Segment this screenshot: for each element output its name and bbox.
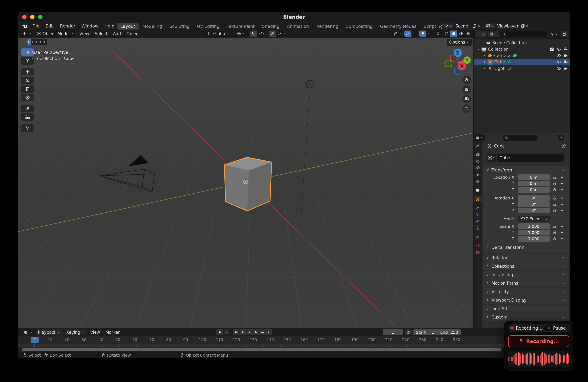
scale-value-field[interactable]: 1.000 (518, 236, 550, 242)
outliner-display-mode-button[interactable] (488, 31, 499, 37)
lock-icon[interactable] (552, 196, 557, 200)
properties-tab-collection[interactable] (474, 188, 482, 193)
proportional-falloff-dropdown[interactable] (276, 31, 287, 37)
drag-grip-icon[interactable] (561, 264, 567, 268)
select-mode-extend[interactable] (31, 39, 35, 45)
camera-restrict-icon[interactable] (563, 47, 568, 52)
menu-help[interactable]: Help (102, 22, 117, 30)
gizmo-settings-dropdown[interactable] (412, 31, 417, 37)
recording-input-field[interactable]: Recording... (508, 335, 569, 347)
cursor-tool[interactable] (21, 57, 34, 64)
minimize-button[interactable] (30, 15, 35, 19)
timeline-ruler[interactable]: 1020304050607080901001101201301401501601… (18, 336, 570, 344)
panel-collections[interactable]: Collections (483, 262, 569, 270)
properties-tab-material[interactable] (474, 243, 482, 248)
scrollbar-thumb[interactable] (22, 348, 501, 351)
drag-grip-icon[interactable] (561, 315, 567, 319)
lock-icon[interactable] (552, 236, 557, 241)
overlays-settings-dropdown[interactable] (426, 31, 432, 37)
shading-solid-button[interactable] (450, 31, 457, 37)
zoom-button[interactable] (38, 15, 42, 19)
workspace-tab-layout[interactable]: Layout (117, 23, 139, 30)
lock-icon[interactable] (552, 224, 557, 229)
workspace-tab-compositing[interactable]: Compositing (342, 23, 376, 30)
end-frame-field[interactable]: End 250 (437, 329, 461, 335)
proportional-edit-toggle[interactable] (269, 31, 276, 37)
lock-icon[interactable] (552, 187, 557, 192)
outliner-row-scene-collection[interactable]: Scene Collection (474, 40, 570, 46)
current-frame-indicator[interactable]: 1 (31, 337, 39, 343)
outliner-filter-button[interactable] (549, 31, 560, 37)
eye-icon[interactable] (556, 60, 561, 64)
view-layer-selector[interactable]: ViewLayer (484, 23, 531, 29)
viewport-3d[interactable]: Z Y X Object Mode ViewSelectAddObject (18, 30, 473, 328)
shading-rendered-button[interactable] (465, 31, 472, 37)
lock-icon[interactable] (552, 208, 557, 213)
properties-tab-world[interactable] (474, 179, 482, 184)
select-mode-set[interactable] (27, 39, 31, 45)
eye-icon[interactable] (556, 47, 561, 52)
start-frame-field[interactable]: Start 1 (413, 329, 437, 335)
options-dropdown[interactable]: Options (447, 39, 472, 45)
current-frame-field[interactable]: 1 (383, 329, 403, 335)
viewport-menu-object[interactable]: Object (124, 30, 143, 38)
transform-tool[interactable] (21, 94, 34, 101)
pan-view-button[interactable] (462, 85, 471, 94)
drag-grip-icon[interactable] (561, 307, 567, 311)
drag-grip-icon[interactable] (561, 256, 567, 260)
object-name-field[interactable]: Cube (497, 154, 564, 162)
menu-window[interactable]: Window (79, 22, 102, 30)
workspace-tab-uv-editing[interactable]: UV Editing (193, 23, 223, 30)
viewport-menu-view[interactable]: View (77, 30, 92, 38)
snap-settings-dropdown[interactable] (257, 31, 267, 37)
animate-dot-icon[interactable] (560, 230, 564, 235)
select-mode-subtract[interactable] (36, 39, 39, 45)
transform-orientation-dropdown[interactable]: Global (205, 31, 233, 37)
outliner-row-collection[interactable]: Collection (474, 46, 570, 52)
move-tool[interactable] (21, 68, 34, 75)
select-box-tool[interactable] (21, 48, 34, 56)
animate-dot-icon[interactable] (560, 236, 564, 241)
camera-restrict-icon[interactable] (563, 60, 568, 64)
animate-dot-icon[interactable] (560, 202, 564, 207)
properties-tab-scene[interactable] (474, 172, 482, 177)
scale-tool[interactable] (21, 85, 34, 93)
outliner-editor-type-button[interactable] (476, 31, 486, 37)
select-mode-invert[interactable] (40, 39, 43, 45)
shading-settings-dropdown[interactable] (472, 31, 473, 37)
keying-dropdown[interactable] (224, 329, 230, 335)
disclosure-right-icon[interactable] (482, 54, 487, 57)
disclosure-right-icon[interactable] (482, 60, 487, 64)
workspace-tab-modeling[interactable]: Modeling (139, 23, 166, 30)
add-cube-tool[interactable] (21, 124, 34, 132)
outliner-search-input[interactable] (500, 31, 547, 37)
rotation-value-field[interactable]: 0° (518, 195, 550, 201)
zoom-view-button[interactable] (462, 76, 471, 84)
auto-keying-record-button[interactable] (216, 329, 223, 335)
properties-options-dropdown[interactable] (558, 135, 564, 141)
menu-file[interactable]: File (29, 22, 42, 30)
scale-value-field[interactable]: 1.000 (518, 223, 550, 229)
jump-to-next-keyframe-button[interactable] (259, 329, 266, 335)
object-mode-dropdown[interactable]: Object Mode (35, 31, 75, 37)
lock-icon[interactable] (552, 230, 557, 235)
viewport-menu-add[interactable]: Add (110, 30, 124, 38)
shading-wireframe-button[interactable] (443, 31, 450, 37)
animate-dot-icon[interactable] (560, 175, 564, 180)
outliner-row-cube[interactable]: Cube (474, 59, 570, 65)
annotate-tool[interactable] (21, 105, 34, 112)
eye-icon[interactable] (556, 53, 561, 58)
view-layer-name[interactable]: ViewLayer (495, 24, 521, 28)
location-value-field[interactable]: 0 m (518, 187, 550, 192)
object-id-dropdown[interactable] (487, 154, 496, 162)
panel-motion-paths[interactable]: Motion Paths (483, 279, 569, 287)
play-button[interactable] (253, 329, 259, 335)
pause-button[interactable]: Pause (544, 324, 570, 332)
workspace-tab-sculpting[interactable]: Sculpting (166, 23, 193, 30)
measure-tool[interactable] (21, 113, 34, 121)
scale-value-field[interactable]: 1.000 (518, 230, 550, 235)
properties-tab-tool[interactable] (474, 143, 482, 149)
menu-render[interactable]: Render (57, 22, 78, 30)
rotation-value-field[interactable]: 0° (518, 201, 550, 207)
unlink-icon[interactable] (477, 24, 481, 28)
